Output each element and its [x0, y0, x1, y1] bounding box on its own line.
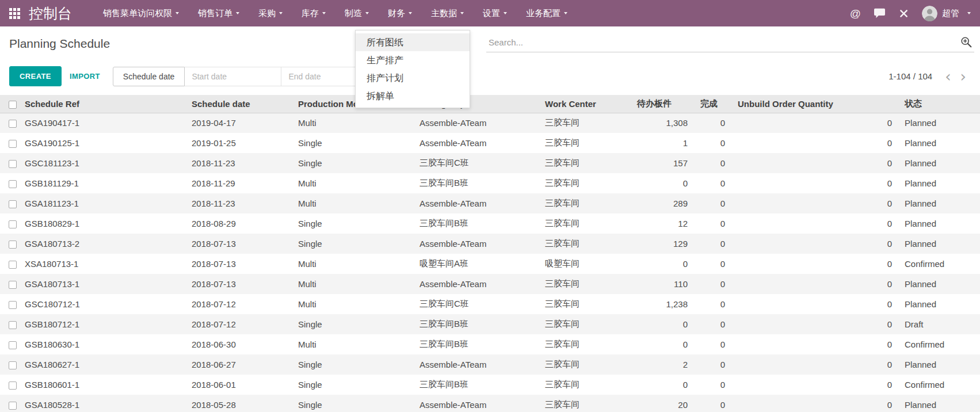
dropdown-item-4[interactable]: 拆解单: [356, 87, 470, 105]
table-row[interactable]: GSB180712-12018-07-12Single三胶车间B班三胶车间000…: [0, 314, 980, 334]
cell-5: 吸塑车间: [539, 254, 631, 274]
select-all-checkbox[interactable]: [9, 101, 17, 109]
column-header-9[interactable]: 状态: [898, 95, 980, 113]
column-header-1[interactable]: Schedule Ref: [18, 95, 185, 113]
mention-icon[interactable]: @: [850, 8, 861, 19]
search-magnifier-icon[interactable]: [959, 36, 973, 48]
row-checkbox[interactable]: [9, 261, 17, 269]
dropdown-item-2[interactable]: 生产排产: [356, 51, 470, 69]
row-checkbox[interactable]: [9, 180, 17, 188]
row-checkbox[interactable]: [9, 301, 17, 309]
prev-page-button[interactable]: ‹: [940, 69, 955, 84]
nav-menu-4[interactable]: 库存: [302, 8, 326, 19]
caret-down-icon: [460, 12, 464, 14]
column-header-6[interactable]: 待办板件: [631, 95, 694, 113]
column-header-8[interactable]: Unbuild Order Quantity: [731, 95, 898, 113]
table-row[interactable]: GSA190417-12019-04-17MultiAssemble-ATeam…: [0, 113, 980, 133]
cell-6: 289: [631, 193, 694, 213]
table-row[interactable]: GSB180829-12018-08-29Single三胶车间B班三胶车间120…: [0, 213, 980, 234]
caret-down-icon: [236, 12, 239, 14]
column-header-7[interactable]: 完成: [694, 95, 731, 113]
cell-1: GSA180713-2: [18, 234, 185, 254]
app-title[interactable]: 控制台: [29, 4, 72, 23]
create-button[interactable]: CREATE: [9, 66, 62, 86]
row-checkbox[interactable]: [9, 321, 17, 329]
cell-5: 三胶车间: [539, 113, 631, 133]
cell-7: 0: [694, 213, 731, 234]
cell-4: 三胶车间B班: [413, 213, 539, 234]
table-row[interactable]: GSA181123-12018-11-23MultiAssemble-ATeam…: [0, 193, 980, 213]
schedule-date-button[interactable]: Schedule date: [113, 67, 185, 86]
row-checkbox[interactable]: [9, 200, 17, 208]
start-date-input[interactable]: [185, 67, 281, 86]
cell-6: 0: [631, 375, 694, 395]
table-row[interactable]: GSA180528-12018-05-28SingleAssemble-ATea…: [0, 395, 980, 412]
cell-4: Assemble-ATeam: [413, 234, 539, 254]
cell-6: 12: [631, 213, 694, 234]
column-header-2[interactable]: Schedule date: [185, 95, 292, 113]
checkbox-cell: [0, 375, 18, 395]
nav-menu-9[interactable]: 业务配置: [526, 8, 567, 19]
dropdown-item-3[interactable]: 排产计划: [356, 69, 470, 87]
row-checkbox[interactable]: [9, 281, 17, 289]
table-row[interactable]: GSA180713-12018-07-13MultiAssemble-ATeam…: [0, 274, 980, 294]
tools-icon[interactable]: [898, 8, 909, 19]
cell-2: 2019-01-25: [185, 133, 292, 153]
dropdown-item-1[interactable]: 所有图纸: [356, 33, 470, 51]
table-row[interactable]: GSC181123-12018-11-23Single三胶车间C班三胶车间157…: [0, 153, 980, 173]
cell-7: 0: [694, 173, 731, 193]
user-menu[interactable]: 超管: [922, 6, 971, 21]
checkbox-cell: [0, 354, 18, 375]
nav-menu-8[interactable]: 设置: [483, 8, 507, 19]
table-row[interactable]: GSC180712-12018-07-12Multi三胶车间C班三胶车间1,23…: [0, 294, 980, 314]
nav-menu-5[interactable]: 制造: [345, 8, 369, 19]
table-row[interactable]: GSA180713-22018-07-13SingleAssemble-ATea…: [0, 234, 980, 254]
cell-4: Assemble-ATeam: [413, 395, 539, 412]
planning-schedule-table: Schedule RefSchedule dateProduction Mode…: [0, 95, 980, 412]
table-row[interactable]: XSA180713-12018-07-13Multi吸塑车间A班吸塑车间000C…: [0, 254, 980, 274]
nav-menu-label: 设置: [483, 8, 500, 19]
nav-menu-1[interactable]: 销售菜单访问权限: [103, 8, 179, 19]
table-row[interactable]: GSA180627-12018-06-27SingleAssemble-ATea…: [0, 354, 980, 375]
row-checkbox[interactable]: [9, 160, 17, 168]
nav-menu-3[interactable]: 采购: [258, 8, 283, 19]
table-row[interactable]: GSB180630-12018-06-30Multi三胶车间B班三胶车间000C…: [0, 334, 980, 354]
apps-grid-icon[interactable]: [9, 8, 20, 19]
column-header-5[interactable]: Work Center: [539, 95, 631, 113]
row-checkbox[interactable]: [9, 120, 17, 128]
row-checkbox[interactable]: [9, 361, 17, 369]
nav-menu-7[interactable]: 主数据: [431, 8, 464, 19]
nav-menu-6[interactable]: 财务: [388, 8, 412, 19]
nav-menu-label: 销售菜单访问权限: [103, 8, 172, 19]
row-checkbox[interactable]: [9, 241, 17, 249]
table-row[interactable]: GSB180601-12018-06-01Single三胶车间B班三胶车间000…: [0, 375, 980, 395]
row-checkbox[interactable]: [9, 382, 17, 390]
caret-down-icon: [279, 12, 283, 14]
row-checkbox[interactable]: [9, 220, 17, 228]
nav-menu-2[interactable]: 销售订单: [198, 8, 239, 19]
table-row[interactable]: GSA190125-12019-01-25SingleAssemble-ATea…: [0, 133, 980, 153]
row-checkbox[interactable]: [9, 341, 17, 349]
cell-1: GSB180630-1: [18, 334, 185, 354]
cell-5: 三胶车间: [539, 173, 631, 193]
control-panel: CREATE IMPORT Schedule date 1-104 / 104 …: [0, 58, 980, 95]
chat-icon[interactable]: [874, 8, 886, 19]
cell-9: Planned: [898, 153, 980, 173]
manufacture-dropdown: 所有图纸生产排产排产计划拆解单: [355, 30, 470, 108]
checkbox-cell: [0, 193, 18, 213]
nav-menu-label: 主数据: [431, 8, 457, 19]
cell-8: 0: [731, 133, 898, 153]
cell-1: GSC180712-1: [18, 294, 185, 314]
checkbox-cell: [0, 95, 18, 113]
cell-3: Multi: [292, 254, 413, 274]
row-checkbox[interactable]: [9, 140, 17, 148]
cell-7: 0: [694, 354, 731, 375]
search-input[interactable]: [489, 37, 959, 47]
cell-7: 0: [694, 395, 731, 412]
import-button[interactable]: IMPORT: [70, 72, 100, 81]
next-page-button[interactable]: ›: [956, 69, 971, 84]
cell-4: 三胶车间B班: [413, 314, 539, 334]
cell-5: 三胶车间: [539, 133, 631, 153]
row-checkbox[interactable]: [9, 402, 17, 410]
table-row[interactable]: GSB181129-12018-11-29Multi三胶车间B班三胶车间000P…: [0, 173, 980, 193]
